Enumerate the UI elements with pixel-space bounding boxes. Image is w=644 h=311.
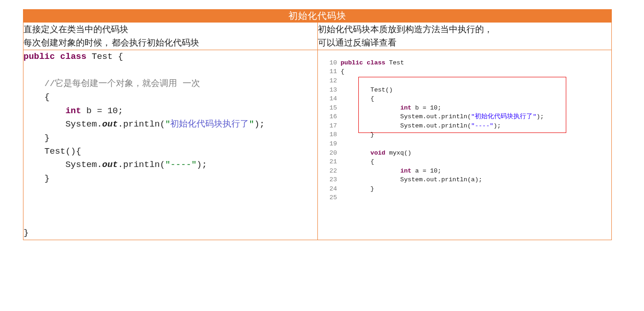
right-desc-line1: 初始化代码块本质放到构造方法当中执行的 — [318, 24, 484, 34]
left-code-cell: public class Test { //它是每创建一个对象，就会调用 一次 … — [23, 50, 318, 240]
header-cell: 初始化代码块 — [23, 10, 612, 23]
right-description: 初始化代码块本质放到构造方法当中执行的， 可以通过反编译查看 — [317, 23, 612, 50]
right-code-cell: 10public class Test 11{ 12 13 Test() 14 … — [317, 50, 612, 240]
right-comma: ， — [484, 24, 494, 34]
left-comma: ， — [102, 38, 112, 47]
left-desc-line2a: 每次创建对象的时候 — [23, 38, 102, 47]
right-desc-line2: 可以通过反编译查看 — [318, 38, 397, 47]
left-description: 直接定义在类当中的代码块 每次创建对象的时候，都会执行初始化代码块 — [23, 23, 318, 50]
decompiled-code-block: 10public class Test 11{ 12 13 Test() 14 … — [326, 58, 604, 202]
source-code-block: public class Test { //它是每创建一个对象，就会调用 一次 … — [23, 50, 317, 240]
left-desc-line1: 直接定义在类当中的代码块 — [23, 24, 128, 34]
main-table: 初始化代码块 直接定义在类当中的代码块 每次创建对象的时候，都会执行初始化代码块… — [23, 9, 612, 240]
decompiled-code-wrap: 10public class Test 11{ 12 13 Test() 14 … — [318, 50, 612, 207]
left-desc-line2b: 都会执行初始化代码块 — [112, 38, 199, 47]
